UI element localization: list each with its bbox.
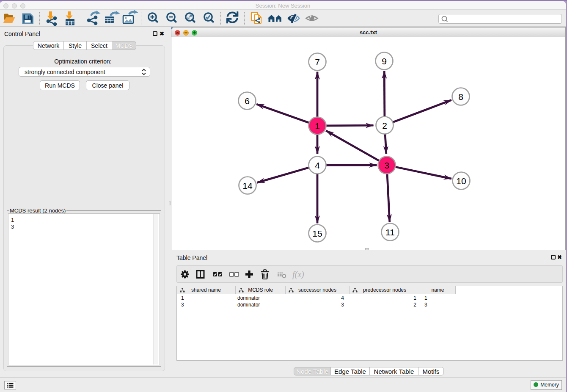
svg-text:4: 4 — [315, 160, 320, 170]
svg-text:14: 14 — [242, 181, 253, 190]
svg-text:6: 6 — [245, 96, 250, 106]
svg-text:3: 3 — [384, 160, 389, 170]
svg-text:10: 10 — [456, 176, 466, 186]
svg-text:f(x): f(x) — [292, 270, 304, 279]
svg-text:7: 7 — [315, 57, 320, 67]
svg-text:2: 2 — [382, 121, 387, 130]
svg-text:11: 11 — [385, 227, 395, 237]
svg-text:8: 8 — [458, 92, 463, 102]
svg-text:1: 1 — [315, 121, 320, 131]
svg-text:15: 15 — [312, 229, 322, 238]
svg-text:9: 9 — [382, 56, 387, 66]
